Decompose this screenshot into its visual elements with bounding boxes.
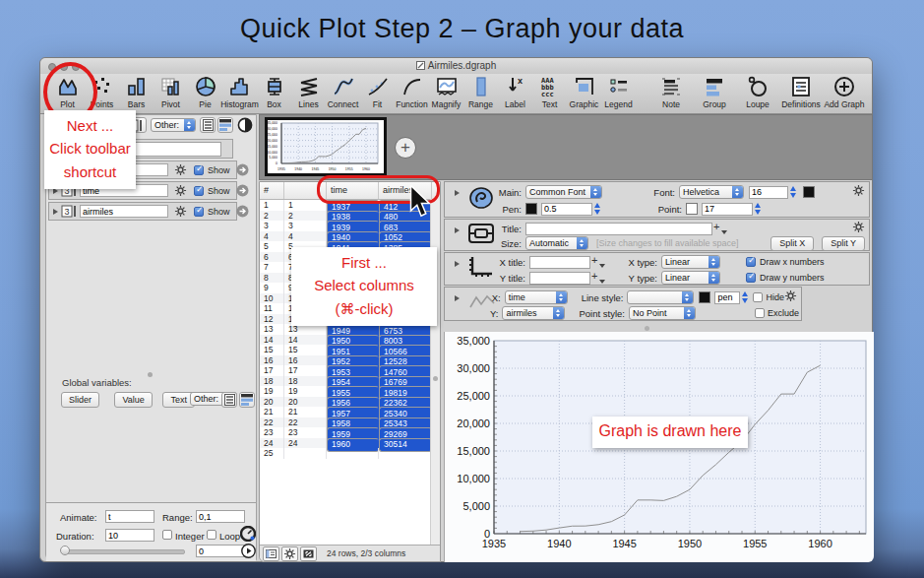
- x-title-field[interactable]: [529, 256, 590, 269]
- plot-gear-icon[interactable]: [784, 289, 797, 306]
- draw-y-numbers-checkbox[interactable]: [746, 273, 756, 283]
- show-checkbox[interactable]: [194, 165, 204, 175]
- pen-style-stepper[interactable]: [742, 291, 749, 303]
- global-value-button[interactable]: Value: [114, 392, 152, 408]
- font-select[interactable]: Helvetica: [679, 185, 744, 199]
- table-cell[interactable]: 25: [260, 448, 284, 459]
- column-gear-icon[interactable]: [174, 163, 187, 176]
- point-color-well[interactable]: [686, 203, 698, 215]
- duration-field[interactable]: [105, 529, 154, 542]
- toolbar-item-bars[interactable]: Bars: [120, 75, 153, 109]
- window-titlebar[interactable]: Airmiles.dgraph: [40, 58, 872, 75]
- table-cell[interactable]: 18: [284, 376, 327, 387]
- animation-timer-button[interactable]: [240, 526, 256, 546]
- table-view-icon[interactable]: [263, 546, 279, 561]
- table-cell[interactable]: 9: [260, 283, 284, 293]
- font-size-stepper[interactable]: [790, 186, 797, 198]
- table-cell[interactable]: 12: [260, 314, 284, 325]
- disclosure-triangle[interactable]: [455, 227, 460, 233]
- table-cell[interactable]: 21: [260, 407, 284, 417]
- column-row-airmiles[interactable]: 3Show: [48, 202, 237, 221]
- y-title-field[interactable]: [529, 272, 590, 285]
- toolbar-item-range[interactable]: Range: [464, 75, 497, 109]
- line-style-select[interactable]: [627, 290, 694, 304]
- table-cell[interactable]: [379, 448, 432, 459]
- font-size-field[interactable]: [749, 186, 788, 199]
- table-cell[interactable]: 10: [260, 293, 284, 304]
- toolbar-item-lines[interactable]: Lines: [292, 75, 325, 109]
- table-cell[interactable]: 20: [260, 397, 284, 408]
- table-cell[interactable]: 13: [260, 324, 284, 335]
- table-cell[interactable]: 17: [260, 365, 284, 376]
- contrast-icon[interactable]: [237, 117, 253, 137]
- table-cell[interactable]: 4: [284, 231, 327, 242]
- table-cell[interactable]: 21: [284, 407, 327, 417]
- point-style-select[interactable]: No Point: [629, 306, 696, 320]
- table-cell[interactable]: [284, 448, 327, 459]
- column-view-toggle[interactable]: [217, 117, 233, 133]
- disclosure-triangle[interactable]: [455, 261, 460, 267]
- toolbar-item-add-graph[interactable]: Add Graph: [825, 75, 864, 109]
- toolbar-item-label[interactable]: xLabel: [499, 75, 531, 109]
- table-expand-icon[interactable]: [300, 546, 317, 561]
- table-cell[interactable]: 1: [260, 200, 284, 211]
- toolbar-item-note[interactable]: Note: [651, 75, 691, 109]
- graph-title-field[interactable]: [525, 223, 712, 235]
- style-gear-icon[interactable]: [852, 183, 865, 201]
- add-x-title-button[interactable]: [590, 256, 604, 269]
- table-header-#[interactable]: #: [260, 182, 284, 199]
- integer-checkbox[interactable]: [162, 530, 172, 540]
- plot-y-select[interactable]: airmiles: [502, 306, 565, 320]
- play-button[interactable]: [241, 544, 256, 562]
- main-font-select[interactable]: Common Font: [525, 185, 602, 199]
- inspector-split-handle[interactable]: [645, 326, 649, 331]
- goto-column-button[interactable]: [236, 184, 249, 197]
- table-cell[interactable]: 4: [260, 231, 284, 242]
- toolbar-item-function[interactable]: Function: [396, 75, 428, 109]
- column-view-toggle[interactable]: [239, 392, 255, 408]
- animate-slider-track[interactable]: [63, 549, 185, 554]
- list-view-toggle[interactable]: [221, 392, 237, 408]
- split-y-button[interactable]: Split Y: [822, 236, 865, 251]
- toolbar-item-fit[interactable]: Fit: [361, 75, 394, 109]
- table-cell[interactable]: 2: [260, 211, 284, 222]
- toolbar-item-histogram[interactable]: Histogram: [223, 75, 256, 109]
- pen-color-well[interactable]: [525, 203, 537, 215]
- table-cell[interactable]: 16: [260, 355, 284, 366]
- table-cell[interactable]: 19: [260, 386, 284, 397]
- disclosure-triangle[interactable]: [455, 190, 460, 196]
- size-select[interactable]: Automatic: [525, 236, 588, 250]
- goto-column-button[interactable]: [236, 163, 249, 176]
- table-cell[interactable]: 14: [260, 335, 284, 346]
- y-type-select[interactable]: Linear: [661, 271, 720, 285]
- toolbar-item-pivot[interactable]: Pivot: [154, 75, 187, 109]
- pen-width-stepper[interactable]: [594, 203, 601, 215]
- goto-column-button[interactable]: [236, 205, 249, 218]
- toolbar-item-magnify[interactable]: Magnify: [430, 75, 462, 109]
- table-cell[interactable]: 1: [284, 200, 327, 211]
- table-cell[interactable]: 2: [284, 211, 327, 222]
- toolbar-item-definitions[interactable]: Definitions: [781, 75, 821, 109]
- table-cell[interactable]: 15: [260, 345, 284, 355]
- toolbar-item-box[interactable]: Box: [258, 75, 290, 109]
- table-cell[interactable]: 19: [284, 386, 327, 397]
- exclude-checkbox[interactable]: [755, 308, 765, 318]
- point-size-field[interactable]: [702, 203, 753, 216]
- show-checkbox[interactable]: [194, 186, 204, 196]
- text-color-well[interactable]: [803, 186, 815, 198]
- show-checkbox[interactable]: [194, 207, 204, 217]
- x-type-select[interactable]: Linear: [661, 255, 720, 269]
- table-cell[interactable]: 14: [284, 335, 327, 346]
- toolbar-item-group[interactable]: Group: [695, 75, 734, 109]
- split-x-button[interactable]: Split X: [770, 236, 814, 251]
- animate-value-field[interactable]: [196, 545, 245, 557]
- pen-style-field[interactable]: [714, 291, 740, 304]
- table-cell[interactable]: 23: [284, 427, 327, 438]
- other-column-type-select[interactable]: Other:: [151, 118, 196, 132]
- table-cell[interactable]: 3: [260, 221, 284, 231]
- pen-width-field[interactable]: [541, 203, 592, 216]
- toolbar-item-legend[interactable]: Legend: [602, 75, 635, 109]
- toolbar-item-graphic[interactable]: Graphic: [568, 75, 600, 109]
- animate-field[interactable]: [105, 510, 154, 523]
- table-cell[interactable]: 3: [284, 221, 327, 231]
